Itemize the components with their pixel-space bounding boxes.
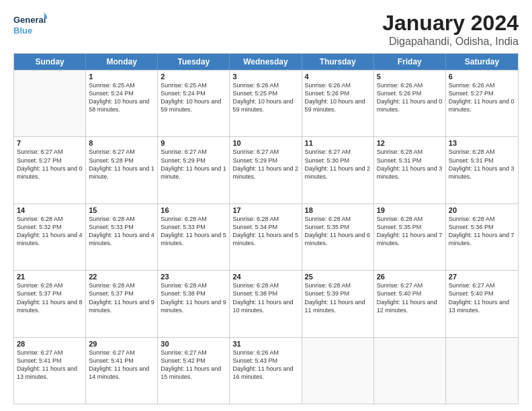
cell-info: Sunrise: 6:27 AMSunset: 5:41 PMDaylight:…	[17, 349, 83, 381]
header-monday: Monday	[86, 54, 158, 70]
cell-info: Sunrise: 6:28 AMSunset: 5:33 PMDaylight:…	[161, 215, 226, 248]
cell-info: Sunrise: 6:26 AMSunset: 5:43 PMDaylight:…	[232, 349, 298, 381]
cell-info: Sunrise: 6:27 AMSunset: 5:40 PMDaylight:…	[377, 281, 443, 314]
cell-info: Sunrise: 6:27 AMSunset: 5:41 PMDaylight:…	[89, 349, 154, 381]
day-number: 18	[305, 206, 371, 214]
calendar-cell-1-3: 2 Sunrise: 6:25 AMSunset: 5:24 PMDayligh…	[158, 71, 230, 136]
svg-text:Blue: Blue	[13, 26, 32, 36]
calendar-cell-4-3: 23 Sunrise: 6:28 AMSunset: 5:38 PMDaylig…	[158, 271, 230, 336]
calendar-cell-4-4: 24 Sunrise: 6:28 AMSunset: 5:38 PMDaylig…	[230, 271, 302, 336]
calendar-cell-3-7: 20 Sunrise: 6:28 AMSunset: 5:36 PMDaylig…	[446, 204, 518, 270]
cell-info: Sunrise: 6:27 AMSunset: 5:28 PMDaylight:…	[89, 148, 154, 181]
calendar-cell-2-2: 8 Sunrise: 6:27 AMSunset: 5:28 PMDayligh…	[86, 137, 158, 203]
calendar-cell-5-1: 28 Sunrise: 6:27 AMSunset: 5:41 PMDaylig…	[14, 338, 86, 404]
day-number: 8	[89, 139, 154, 147]
cell-info: Sunrise: 6:28 AMSunset: 5:31 PMDaylight:…	[377, 148, 443, 181]
cell-info: Sunrise: 6:27 AMSunset: 5:27 PMDaylight:…	[17, 148, 83, 181]
calendar-cell-3-5: 18 Sunrise: 6:28 AMSunset: 5:35 PMDaylig…	[302, 204, 374, 270]
cell-info: Sunrise: 6:28 AMSunset: 5:32 PMDaylight:…	[17, 215, 83, 248]
calendar-cell-5-3: 30 Sunrise: 6:27 AMSunset: 5:42 PMDaylig…	[158, 338, 230, 404]
calendar-cell-5-7	[446, 338, 518, 404]
day-number: 15	[89, 206, 154, 214]
day-number: 22	[89, 273, 154, 281]
day-number: 31	[232, 340, 298, 348]
calendar-cell-2-3: 9 Sunrise: 6:27 AMSunset: 5:29 PMDayligh…	[158, 137, 230, 203]
calendar-cell-2-1: 7 Sunrise: 6:27 AMSunset: 5:27 PMDayligh…	[14, 137, 86, 203]
calendar-cell-4-7: 27 Sunrise: 6:27 AMSunset: 5:40 PMDaylig…	[446, 271, 518, 336]
header-tuesday: Tuesday	[158, 54, 230, 70]
calendar-cell-3-6: 19 Sunrise: 6:28 AMSunset: 5:35 PMDaylig…	[374, 204, 446, 270]
day-number: 26	[377, 273, 443, 281]
day-number: 12	[377, 139, 443, 147]
calendar-cell-4-2: 22 Sunrise: 6:28 AMSunset: 5:37 PMDaylig…	[86, 271, 158, 336]
calendar-cell-1-7: 6 Sunrise: 6:26 AMSunset: 5:27 PMDayligh…	[446, 71, 518, 136]
day-number: 24	[232, 273, 298, 281]
calendar-row-1: 1 Sunrise: 6:25 AMSunset: 5:24 PMDayligh…	[14, 70, 518, 136]
day-number: 1	[89, 73, 154, 81]
cell-info: Sunrise: 6:28 AMSunset: 5:35 PMDaylight:…	[305, 215, 371, 248]
calendar-cell-2-7: 13 Sunrise: 6:28 AMSunset: 5:31 PMDaylig…	[446, 137, 518, 203]
calendar-cell-3-3: 16 Sunrise: 6:28 AMSunset: 5:33 PMDaylig…	[158, 204, 230, 270]
header-saturday: Saturday	[446, 54, 518, 70]
day-number: 9	[161, 139, 226, 147]
calendar-cell-4-6: 26 Sunrise: 6:27 AMSunset: 5:40 PMDaylig…	[374, 271, 446, 336]
cell-info: Sunrise: 6:28 AMSunset: 5:38 PMDaylight:…	[161, 281, 226, 314]
calendar-cell-1-6: 5 Sunrise: 6:26 AMSunset: 5:26 PMDayligh…	[374, 71, 446, 136]
calendar-cell-4-5: 25 Sunrise: 6:28 AMSunset: 5:39 PMDaylig…	[302, 271, 374, 336]
cell-info: Sunrise: 6:27 AMSunset: 5:30 PMDaylight:…	[305, 148, 371, 181]
cell-info: Sunrise: 6:28 AMSunset: 5:35 PMDaylight:…	[377, 215, 443, 248]
calendar-cell-5-2: 29 Sunrise: 6:27 AMSunset: 5:41 PMDaylig…	[86, 338, 158, 404]
page-title: January 2024	[382, 11, 519, 36]
day-number: 21	[17, 273, 83, 281]
cell-info: Sunrise: 6:28 AMSunset: 5:38 PMDaylight:…	[232, 281, 298, 314]
day-number: 25	[305, 273, 371, 281]
day-number: 10	[232, 139, 298, 147]
logo: General Blue	[13, 11, 47, 38]
logo-svg: General Blue	[13, 11, 47, 38]
calendar-row-4: 21 Sunrise: 6:28 AMSunset: 5:37 PMDaylig…	[14, 270, 518, 336]
page-header: General Blue January 2024 Digapahandi, O…	[13, 11, 519, 48]
calendar: Sunday Monday Tuesday Wednesday Thursday…	[13, 53, 519, 404]
cell-info: Sunrise: 6:28 AMSunset: 5:33 PMDaylight:…	[89, 215, 154, 248]
title-block: January 2024 Digapahandi, Odisha, India	[382, 11, 519, 48]
day-number: 2	[161, 73, 226, 81]
calendar-cell-3-4: 17 Sunrise: 6:28 AMSunset: 5:34 PMDaylig…	[230, 204, 302, 270]
header-wednesday: Wednesday	[230, 54, 302, 70]
cell-info: Sunrise: 6:28 AMSunset: 5:34 PMDaylight:…	[232, 215, 298, 248]
cell-info: Sunrise: 6:27 AMSunset: 5:42 PMDaylight:…	[161, 349, 226, 381]
calendar-body: 1 Sunrise: 6:25 AMSunset: 5:24 PMDayligh…	[14, 70, 518, 404]
day-number: 6	[449, 73, 515, 81]
day-number: 28	[17, 340, 83, 348]
header-thursday: Thursday	[302, 54, 374, 70]
day-number: 16	[161, 206, 226, 214]
cell-info: Sunrise: 6:28 AMSunset: 5:31 PMDaylight:…	[449, 148, 515, 181]
cell-info: Sunrise: 6:27 AMSunset: 5:29 PMDaylight:…	[161, 148, 226, 181]
day-number: 11	[305, 139, 371, 147]
cell-info: Sunrise: 6:27 AMSunset: 5:29 PMDaylight:…	[232, 148, 298, 181]
calendar-cell-1-1	[14, 71, 86, 136]
cell-info: Sunrise: 6:26 AMSunset: 5:26 PMDaylight:…	[305, 81, 371, 114]
calendar-cell-1-2: 1 Sunrise: 6:25 AMSunset: 5:24 PMDayligh…	[86, 71, 158, 136]
cell-info: Sunrise: 6:26 AMSunset: 5:27 PMDaylight:…	[449, 81, 515, 114]
day-number: 19	[377, 206, 443, 214]
header-sunday: Sunday	[14, 54, 86, 70]
calendar-cell-3-1: 14 Sunrise: 6:28 AMSunset: 5:32 PMDaylig…	[14, 204, 86, 270]
calendar-header: Sunday Monday Tuesday Wednesday Thursday…	[14, 54, 518, 70]
calendar-cell-5-4: 31 Sunrise: 6:26 AMSunset: 5:43 PMDaylig…	[230, 338, 302, 404]
svg-text:General: General	[13, 15, 46, 25]
day-number: 7	[17, 139, 83, 147]
day-number: 17	[232, 206, 298, 214]
calendar-cell-5-6	[374, 338, 446, 404]
svg-marker-2	[44, 12, 47, 19]
header-friday: Friday	[374, 54, 446, 70]
cell-info: Sunrise: 6:28 AMSunset: 5:37 PMDaylight:…	[17, 281, 83, 314]
calendar-cell-1-4: 3 Sunrise: 6:26 AMSunset: 5:25 PMDayligh…	[230, 71, 302, 136]
day-number: 29	[89, 340, 154, 348]
day-number: 5	[377, 73, 443, 81]
calendar-cell-2-5: 11 Sunrise: 6:27 AMSunset: 5:30 PMDaylig…	[302, 137, 374, 203]
cell-info: Sunrise: 6:25 AMSunset: 5:24 PMDaylight:…	[161, 81, 226, 114]
day-number: 20	[449, 206, 515, 214]
cell-info: Sunrise: 6:26 AMSunset: 5:26 PMDaylight:…	[377, 81, 443, 114]
calendar-row-2: 7 Sunrise: 6:27 AMSunset: 5:27 PMDayligh…	[14, 136, 518, 203]
calendar-row-3: 14 Sunrise: 6:28 AMSunset: 5:32 PMDaylig…	[14, 203, 518, 270]
